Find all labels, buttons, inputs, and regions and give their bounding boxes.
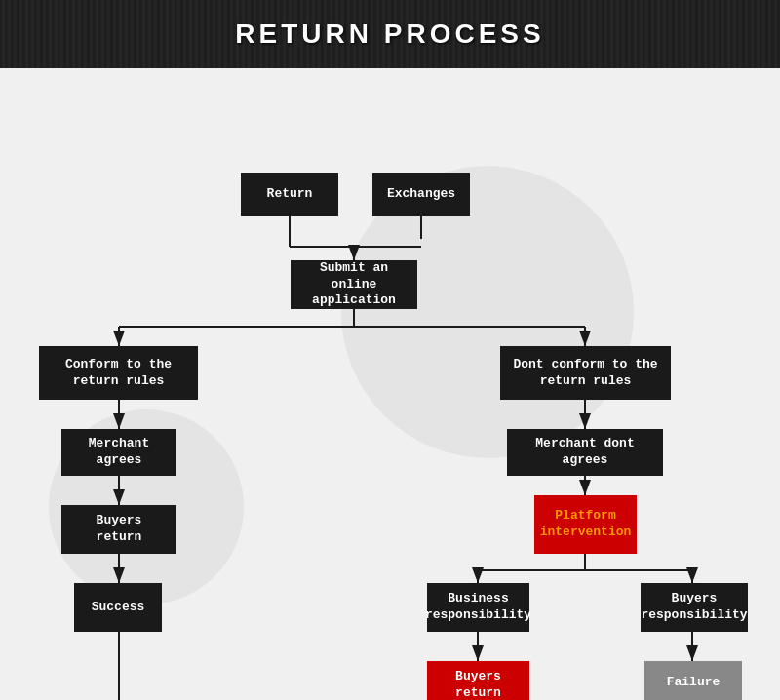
buyers-return-left-box: Buyers return (61, 505, 176, 554)
failure-box: Failure (644, 661, 742, 700)
buyers-resp-box: Buyers responsibility (641, 583, 748, 632)
exchanges-box: Exchanges (372, 173, 470, 216)
merchant-dont-box: Merchant dont agrees (507, 429, 663, 476)
dont-conform-box: Dont conform to the return rules (500, 346, 671, 400)
main-content: Return Exchanges Submit an online applic… (0, 68, 780, 700)
return-box: Return (241, 173, 338, 216)
submit-box: Submit an online application (291, 260, 417, 309)
conform-box: Conform to the return rules (39, 346, 198, 400)
platform-intervention-box: Platform intervention (534, 495, 637, 554)
business-resp-box: Business responsibility (427, 583, 529, 632)
merchant-agrees-box: Merchant agrees (61, 429, 176, 476)
header: RETURN PROCESS (0, 0, 780, 68)
success-box: Success (74, 583, 162, 632)
buyers-return-right-box: Buyers return (427, 661, 529, 700)
page-title: RETURN PROCESS (235, 19, 544, 50)
